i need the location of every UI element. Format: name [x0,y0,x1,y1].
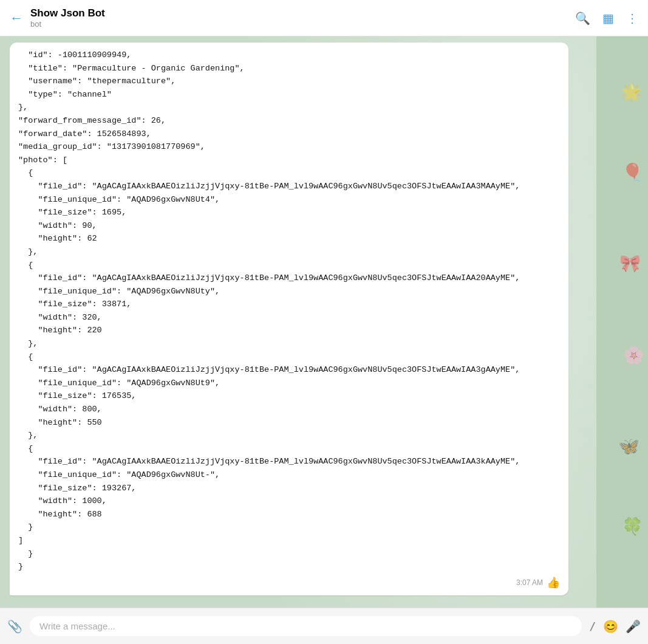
deco-emoji-4: 🌸 [623,345,644,365]
search-icon[interactable]: 🔍 [575,11,590,26]
header-actions: 🔍 ▦ ⋮ [575,11,638,26]
deco-emoji-5: 🦋 [618,436,639,456]
message-bubble: "id": -1001110909949, "title": "Permacul… [10,43,568,595]
header-info: Show Json Bot bot [30,7,575,29]
back-button[interactable]: ← [10,10,23,26]
message-input[interactable] [30,616,582,636]
deco-emoji-6: 🍀 [622,516,643,536]
layout-icon[interactable]: ▦ [602,11,614,26]
header: ← Show Json Bot bot 🔍 ▦ ⋮ [0,0,648,36]
deco-emoji-3: 🎀 [619,253,641,273]
chat-decoration-panel: 🌟 🎈 🎀 🌸 🦋 🍀 [596,36,648,608]
chat-area: "id": -1001110909949, "title": "Permacul… [0,36,648,608]
message-time: 3:07 AM [516,578,543,587]
attach-button[interactable]: 📎 [7,619,22,634]
deco-emoji-1: 🌟 [621,82,642,102]
emoji-button[interactable]: 😊 [603,619,618,634]
chat-title: Show Json Bot [30,7,575,19]
message-meta: 3:07 AM 👍 [18,576,560,589]
message-reaction[interactable]: 👍 [547,576,560,589]
deco-emoji-2: 🎈 [622,162,643,182]
message-content: "id": -1001110909949, "title": "Permacul… [18,49,560,574]
more-options-icon[interactable]: ⋮ [626,11,638,26]
chat-background: "id": -1001110909949, "title": "Permacul… [0,36,596,608]
input-actions: / 😊 🎤 [589,619,641,634]
input-bar: 📎 / 😊 🎤 [0,608,648,644]
mic-button[interactable]: 🎤 [626,619,641,634]
message-container: "id": -1001110909949, "title": "Permacul… [10,43,587,598]
chat-subtitle: bot [30,19,575,29]
slash-command-button[interactable]: / [589,620,596,632]
